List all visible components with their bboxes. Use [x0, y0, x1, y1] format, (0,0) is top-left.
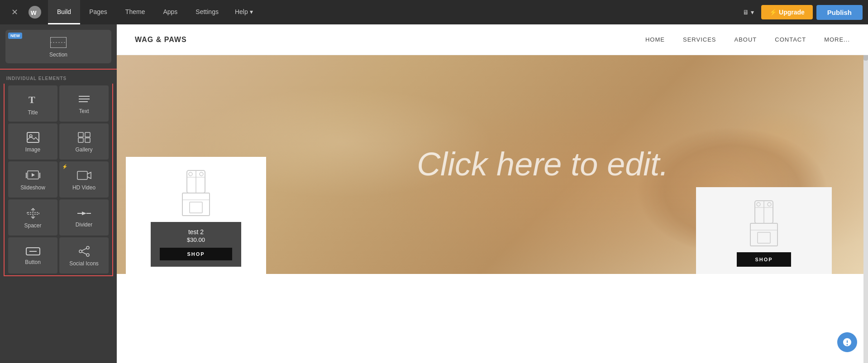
- nav-services[interactable]: SERVICES: [683, 36, 716, 43]
- nav-about[interactable]: ABOUT: [734, 36, 757, 43]
- weebly-logo: w: [24, 3, 46, 21]
- svg-line-29: [82, 252, 86, 255]
- svg-rect-45: [758, 232, 770, 243]
- svg-rect-12: [78, 138, 83, 142]
- title-icon: T: [27, 93, 39, 106]
- svg-point-26: [79, 250, 82, 253]
- main-layout: NEW Section INDIVIDUAL ELEMENTS T Title: [0, 24, 868, 363]
- top-navbar: ✕ w Build Pages Theme Apps Settings Help…: [0, 0, 868, 24]
- site-preview: WAG & PAWS HOME SERVICES ABOUT CONTACT M…: [117, 24, 868, 363]
- svg-line-28: [82, 249, 86, 251]
- hd-video-icon: [77, 170, 91, 181]
- tab-theme[interactable]: Theme: [116, 0, 154, 24]
- section-element[interactable]: NEW Section: [5, 30, 111, 63]
- close-button[interactable]: ✕: [5, 3, 24, 21]
- svg-rect-35: [182, 193, 210, 216]
- lightning-badge: ⚡: [62, 164, 67, 169]
- element-gallery[interactable]: Gallery: [59, 123, 109, 160]
- tab-build[interactable]: Build: [48, 0, 80, 24]
- gallery-icon: [78, 132, 91, 143]
- section-label: Section: [49, 52, 67, 58]
- product2-shop-button[interactable]: SHOP: [737, 252, 791, 267]
- button-label: Button: [25, 259, 41, 265]
- social-icons-label: Social Icons: [69, 260, 99, 267]
- publish-button[interactable]: Publish: [816, 5, 863, 20]
- individual-elements-label: INDIVIDUAL ELEMENTS: [0, 69, 117, 84]
- svg-text:w: w: [30, 9, 37, 16]
- hero-title[interactable]: Click here to edit.: [417, 146, 668, 182]
- product1-price: $30.00: [160, 236, 232, 243]
- elements-grid: T Title Text Image: [4, 84, 113, 276]
- nav-home[interactable]: HOME: [645, 36, 665, 43]
- svg-point-25: [86, 246, 89, 249]
- svg-marker-15: [32, 173, 35, 177]
- product1-name: test 2: [160, 228, 232, 236]
- nav-contact[interactable]: CONTACT: [775, 36, 806, 43]
- site-nav: HOME SERVICES ABOUT CONTACT MORE...: [645, 36, 850, 43]
- hero-text-overlay: Click here to edit.: [417, 146, 668, 182]
- element-social-icons[interactable]: Social Icons: [59, 237, 109, 273]
- tab-apps[interactable]: Apps: [154, 0, 186, 24]
- product2-shop-btn-wrapper: SHOP: [737, 252, 791, 267]
- svg-rect-17: [27, 212, 39, 214]
- sidebar: NEW Section INDIVIDUAL ELEMENTS T Title: [0, 24, 117, 363]
- nav-tabs: Build Pages Theme Apps Settings Help ▾: [48, 0, 260, 24]
- tab-pages[interactable]: Pages: [80, 0, 116, 24]
- divider-icon: [77, 209, 91, 218]
- image-label: Image: [25, 146, 40, 153]
- product-card-left[interactable]: test 2 $30.00 SHOP: [126, 157, 266, 274]
- title-label: Title: [28, 109, 38, 116]
- element-image[interactable]: Image: [8, 123, 57, 160]
- divider-label: Divider: [76, 222, 92, 228]
- device-selector[interactable]: 🖥 ▾: [735, 9, 761, 16]
- text-label: Text: [79, 108, 89, 114]
- element-spacer[interactable]: Spacer: [8, 199, 57, 236]
- slideshow-label: Slideshow: [20, 184, 45, 191]
- help-fab-button[interactable]: [837, 332, 857, 352]
- hero-section[interactable]: Click here to edit.: [117, 55, 868, 274]
- button-icon: [26, 247, 40, 255]
- svg-rect-8: [27, 132, 39, 142]
- spacer-icon: [26, 208, 40, 219]
- element-button[interactable]: Button: [8, 237, 57, 273]
- svg-rect-11: [85, 132, 90, 137]
- svg-rect-16: [77, 171, 87, 179]
- text-icon: [78, 94, 91, 104]
- hd-video-label: HD Video: [72, 184, 95, 191]
- svg-point-33: [189, 172, 192, 176]
- svg-rect-43: [750, 223, 777, 246]
- tab-help[interactable]: Help ▾: [228, 0, 260, 24]
- spacer-label: Spacer: [24, 222, 41, 229]
- tab-settings[interactable]: Settings: [186, 0, 228, 24]
- element-text[interactable]: Text: [59, 85, 109, 122]
- product-icon-left: [173, 166, 219, 220]
- product-card-right[interactable]: SHOP: [696, 187, 832, 274]
- site-header: WAG & PAWS HOME SERVICES ABOUT CONTACT M…: [117, 24, 868, 55]
- social-icons-icon: [78, 246, 91, 257]
- svg-text:T: T: [29, 94, 35, 105]
- upgrade-button[interactable]: ⚡ Upgrade: [761, 5, 813, 19]
- svg-rect-13: [85, 138, 90, 142]
- new-badge: NEW: [8, 33, 22, 39]
- slideshow-icon: [26, 170, 40, 181]
- svg-point-34: [200, 172, 203, 176]
- svg-rect-10: [78, 132, 83, 137]
- gallery-label: Gallery: [75, 146, 92, 153]
- svg-point-41: [757, 203, 760, 206]
- nav-more[interactable]: MORE...: [824, 36, 850, 43]
- svg-point-42: [768, 203, 771, 206]
- product-icon-right: [741, 196, 787, 250]
- svg-marker-21: [82, 212, 86, 215]
- canvas: WAG & PAWS HOME SERVICES ABOUT CONTACT M…: [117, 24, 868, 363]
- element-hd-video[interactable]: ⚡ HD Video: [59, 161, 109, 198]
- element-divider[interactable]: Divider: [59, 199, 109, 236]
- product-info-left: test 2 $30.00 SHOP: [151, 222, 241, 267]
- element-title[interactable]: T Title: [8, 85, 57, 122]
- scrollbar-track: [863, 24, 868, 363]
- svg-point-27: [86, 254, 89, 256]
- svg-rect-37: [190, 202, 202, 213]
- element-slideshow[interactable]: Slideshow: [8, 161, 57, 198]
- section-icon: [50, 37, 67, 48]
- site-logo: WAG & PAWS: [135, 36, 187, 44]
- product1-shop-button[interactable]: SHOP: [160, 248, 232, 260]
